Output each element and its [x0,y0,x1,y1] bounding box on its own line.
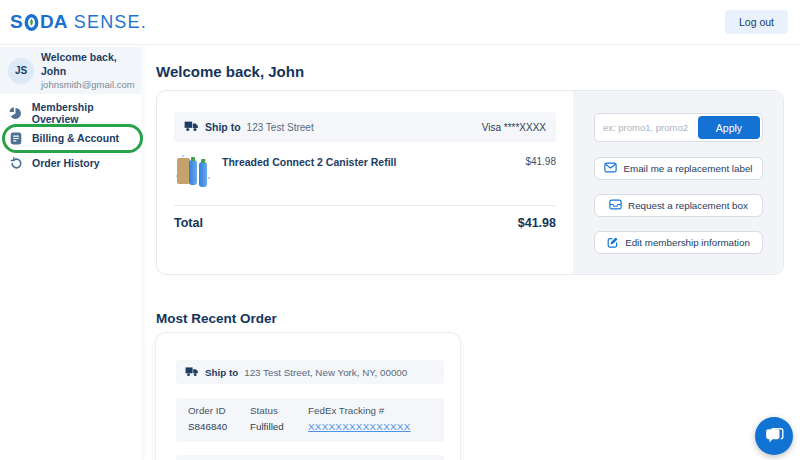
total-row: Total $41.98 [174,216,556,230]
sidebar-item-billing-account[interactable]: Billing & Account [0,127,141,149]
sidebar-item-membership-overview[interactable]: Membership Overview [0,102,141,124]
envelope-icon [604,162,617,175]
product-image [174,151,212,191]
pie-chart-icon [9,107,23,120]
edit-membership-button[interactable]: Edit membership information [594,231,763,254]
sidebar-item-label: Membership Overview [32,101,141,125]
top-bar: SDA SENSE. Log out [0,0,800,45]
logo-o-leaf-icon [24,13,39,31]
truck-icon [185,363,199,381]
chat-bubble-icon [764,425,785,448]
soda-sense-logo: SDA SENSE. [10,11,147,33]
next-order-row-cutoff [176,455,444,460]
sidebar-item-order-history[interactable]: Order History [0,152,141,174]
tracking-number-link[interactable]: XXXXXXXXXXXXXXX [308,421,444,432]
order-summary-card: Ship to 123 Test Street Visa ****XXXX Th… [156,90,784,275]
page-title: Welcome back, John [156,63,304,80]
membership-actions-panel: Apply Email me a replacement label Reque… [573,91,783,274]
request-replacement-box-button[interactable]: Request a replacement box [594,194,763,217]
user-text: Welcome back, John johnsmith@gmail.com [41,51,135,89]
button-label: Email me a replacement label [623,163,752,174]
apply-button[interactable]: Apply [698,116,760,139]
order-id-value: S846840 [188,421,250,432]
product-price: $41.98 [525,151,556,191]
order-status-value: Fulfilled [250,421,308,432]
truck-icon [184,118,199,136]
recent-order-card: Ship to 123 Test Street, New York, NY, 0… [156,333,460,460]
ship-to-bar: Ship to 123 Test Street Visa ****XXXX [174,112,556,142]
box-icon [609,199,622,212]
promo-input[interactable] [597,122,698,133]
sidebar: JS Welcome back, John johnsmith@gmail.co… [0,45,141,460]
sidebar-item-label: Order History [32,157,100,169]
app-window: SDA SENSE. Log out JS Welcome back, John… [0,0,800,460]
column-header-tracking: FedEx Tracking # [308,405,444,416]
product-name: Threaded Connect 2 Canister Refill [222,151,396,191]
logo-text-sense: SENSE. [74,12,147,33]
button-label: Request a replacement box [628,200,748,211]
column-header-status: Status [250,405,308,416]
main-content: Welcome back, John Ship to 123 Test Stre… [156,45,800,460]
logo-text-s: S [10,11,23,33]
ship-to-label: Ship to [205,121,241,133]
total-label: Total [174,216,203,230]
button-label: Edit membership information [625,237,750,248]
email-replacement-label-button[interactable]: Email me a replacement label [594,157,763,180]
user-summary: JS Welcome back, John johnsmith@gmail.co… [0,47,141,94]
avatar: JS [8,58,34,84]
user-email: johnsmith@gmail.com [41,79,135,90]
logout-button[interactable]: Log out [725,10,788,34]
edit-icon [607,236,619,250]
total-value: $41.98 [518,216,556,230]
document-icon [9,132,23,145]
ship-to-address: 123 Test Street, New York, NY, 00000 [244,367,407,378]
promo-code-group: Apply [594,113,763,142]
sidebar-item-label: Billing & Account [32,132,119,144]
recent-order-title: Most Recent Order [156,311,277,326]
recent-ship-to-bar: Ship to 123 Test Street, New York, NY, 0… [176,360,444,384]
ship-to-address: 123 Test Street [247,122,314,133]
product-row: Threaded Connect 2 Canister Refill $41.9… [174,151,556,191]
divider [174,205,556,206]
user-greeting: Welcome back, John [41,51,135,77]
order-summary-left: Ship to 123 Test Street Visa ****XXXX Th… [157,91,573,274]
ship-to-label: Ship to [205,367,238,378]
order-table: Order ID Status FedEx Tracking # S846840… [176,398,444,442]
chat-launcher-button[interactable] [755,417,793,455]
logo-text-da: DA [40,11,68,33]
column-header-order-id: Order ID [188,405,250,416]
payment-method: Visa ****XXXX [482,122,546,133]
history-icon [9,157,23,170]
